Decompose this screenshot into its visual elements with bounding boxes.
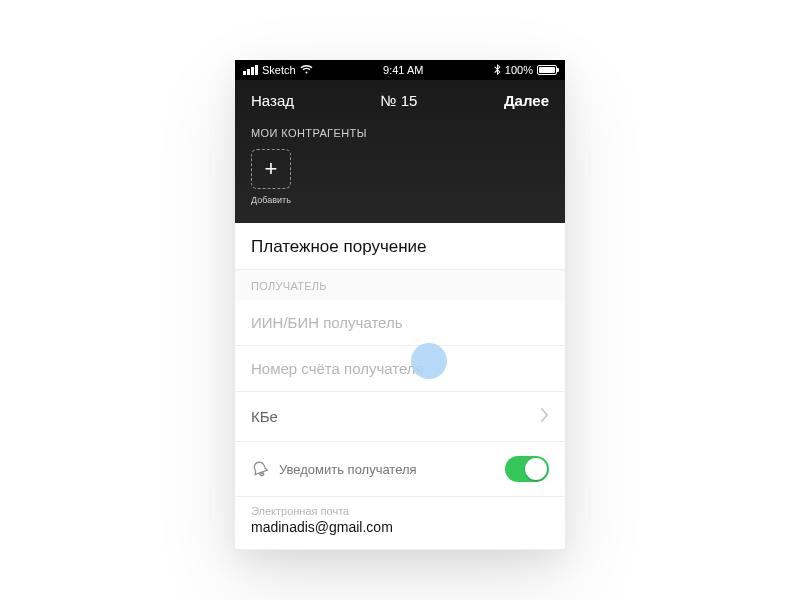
battery-icon [537,65,557,75]
notify-label: Уведомить получателя [279,462,495,477]
bell-icon [251,460,269,478]
carrier-label: Sketch [262,64,296,76]
chevron-right-icon [541,406,549,427]
bluetooth-icon [494,64,501,77]
nav-bar: Назад № 15 Далее [235,80,565,119]
add-contragent-label: Добавить [251,195,291,205]
form-title: Платежное поручение [235,223,565,270]
page-title: № 15 [380,92,417,109]
account-number-placeholder: Номер счёта получателя [251,360,424,377]
status-left: Sketch [243,64,313,76]
wifi-icon [300,64,313,76]
next-button[interactable]: Далее [504,92,549,109]
header: Назад № 15 Далее МОИ КОНТРАГЕНТЫ + Добав… [235,80,565,223]
status-bar: Sketch 9:41 AM 100% [235,60,565,80]
plus-icon: + [251,149,291,189]
battery-pct: 100% [505,64,533,76]
iin-bin-field[interactable]: ИИН/БИН получатель [235,300,565,346]
notify-row: Уведомить получателя [235,442,565,497]
back-button[interactable]: Назад [251,92,294,109]
add-contragent-button[interactable]: + Добавить [251,149,291,205]
contragents-row: + Добавить [235,149,565,205]
phone-frame: Sketch 9:41 AM 100% Назад № 15 Далее МОИ… [235,60,565,550]
email-value: madinadis@gmail.com [251,519,549,535]
payment-form: Платежное поручение ПОЛУЧАТЕЛЬ ИИН/БИН п… [235,223,565,550]
account-number-field[interactable]: Номер счёта получателя [235,346,565,392]
kbe-label: КБе [251,408,278,425]
status-right: 100% [494,64,557,77]
recipient-section-label: ПОЛУЧАТЕЛЬ [235,270,565,300]
email-field[interactable]: Электронная почта madinadis@gmail.com [235,497,565,550]
kbe-row[interactable]: КБе [235,392,565,442]
signal-icon [243,65,258,75]
iin-bin-placeholder: ИИН/БИН получатель [251,314,403,331]
contragents-label: МОИ КОНТРАГЕНТЫ [235,119,565,149]
status-time: 9:41 AM [383,64,423,76]
notify-toggle[interactable] [505,456,549,482]
email-caption: Электронная почта [251,505,549,517]
